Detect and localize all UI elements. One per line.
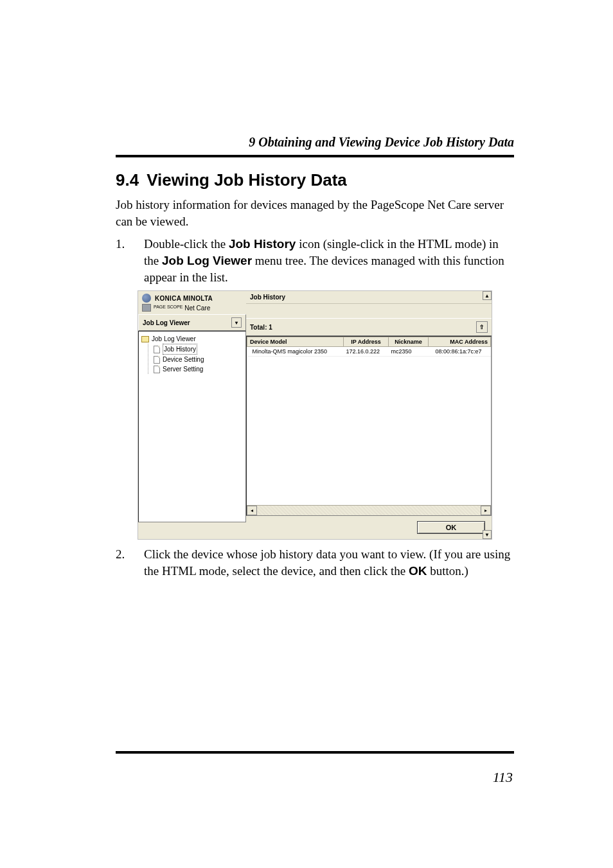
- total-label: Total: 1: [250, 324, 272, 331]
- page-icon: [154, 346, 160, 353]
- intro-paragraph: Job history information for devices mana…: [116, 197, 514, 229]
- running-head: 9 Obtaining and Viewing Device Job Histo…: [116, 135, 514, 150]
- step-body: Double-click the Job History icon (singl…: [144, 236, 514, 285]
- up-level-button[interactable]: ⇧: [476, 321, 488, 333]
- content-column: 9 Obtaining and Viewing Device Job Histo…: [116, 135, 514, 584]
- device-grid: Device Model IP Address Nickname MAC Add…: [246, 336, 492, 516]
- tree-root-label: Job Log Viewer: [152, 334, 196, 344]
- cell-nickname: mc2350: [389, 347, 429, 357]
- cell-device-model: Minolta-QMS magicolor 2350: [247, 347, 344, 357]
- tree-item-job-history[interactable]: Job History: [154, 344, 243, 355]
- tree-item-server-setting[interactable]: Server Setting: [154, 364, 243, 374]
- grid-empty-area: [247, 357, 491, 505]
- table-header-row: Device Model IP Address Nickname MAC Add…: [247, 337, 491, 347]
- subbrand-small: PAGE SCOPE: [154, 305, 182, 309]
- section-title-text: Viewing Job History Data: [147, 170, 347, 190]
- menu-dropdown[interactable]: Job Log Viewer ▾: [138, 314, 246, 331]
- horizontal-scrollbar[interactable]: ◂ ▸: [247, 505, 491, 515]
- subbrand-icon: [142, 304, 151, 312]
- col-ip-address[interactable]: IP Address: [344, 337, 389, 347]
- cell-mac-address: 08:00:86:1a:7c:e7: [429, 347, 491, 357]
- step-number: 2.: [116, 546, 144, 579]
- tree-item-device-setting[interactable]: Device Setting: [154, 355, 243, 364]
- bold-ok: OK: [409, 564, 427, 578]
- tree-item-label: Job History: [163, 344, 197, 355]
- section-number: 9.4: [116, 170, 139, 190]
- panel-title: Job History: [246, 291, 492, 304]
- rule-bottom: [116, 751, 514, 754]
- scroll-right-button[interactable]: ▸: [481, 506, 491, 515]
- app-body: KONICA MINOLTA PAGE SCOPE Net Care Job L…: [138, 291, 492, 539]
- step-list: 1. Double-click the Job History icon (si…: [116, 236, 514, 285]
- panel-gap: [246, 304, 492, 318]
- step-text: button.): [427, 564, 468, 578]
- subbrand-row: PAGE SCOPE Net Care: [138, 304, 246, 314]
- scroll-up-button[interactable]: ▲: [483, 291, 492, 300]
- menu-dropdown-label: Job Log Viewer: [143, 319, 190, 326]
- table-row[interactable]: Minolta-QMS magicolor 2350 172.16.0.222 …: [247, 347, 491, 357]
- col-mac-address[interactable]: MAC Address: [429, 337, 491, 347]
- page-icon: [154, 356, 160, 364]
- bold-job-history: Job History: [229, 237, 296, 251]
- scroll-down-button[interactable]: ▼: [483, 530, 492, 539]
- screenshot-figure: ▲ KONICA MINOLTA PAGE SCOPE Net Care: [116, 290, 514, 540]
- tree-item-label: Server Setting: [163, 364, 203, 374]
- brand-row: KONICA MINOLTA: [138, 291, 246, 304]
- total-row: Total: 1 ⇧: [246, 318, 492, 336]
- page: 9 Obtaining and Viewing Device Job Histo…: [0, 0, 613, 868]
- brand-text: KONICA MINOLTA: [155, 295, 213, 302]
- scroll-left-button[interactable]: ◂: [247, 506, 257, 515]
- page-icon: [154, 366, 160, 373]
- bold-job-log-viewer: Job Log Viewer: [162, 254, 252, 267]
- cell-ip-address: 172.16.0.222: [344, 347, 389, 357]
- left-panel: KONICA MINOLTA PAGE SCOPE Net Care Job L…: [138, 291, 246, 539]
- ok-button[interactable]: OK: [417, 521, 485, 534]
- folder-icon: [141, 336, 149, 342]
- col-device-model[interactable]: Device Model: [247, 337, 344, 347]
- step-list-2: 2. Click the device whose job history da…: [116, 546, 514, 579]
- app-window: ▲ KONICA MINOLTA PAGE SCOPE Net Care: [138, 290, 492, 540]
- subbrand-main: Net Care: [184, 305, 210, 312]
- tree-root[interactable]: Job Log Viewer: [141, 334, 243, 344]
- step-text: Double-click the: [144, 237, 229, 251]
- step-body: Click the device whose job history data …: [144, 546, 514, 579]
- scroll-track[interactable]: [257, 506, 481, 515]
- chevron-down-icon: ▾: [231, 317, 242, 328]
- step-number: 1.: [116, 236, 144, 285]
- section-heading: 9.4Viewing Job History Data: [116, 170, 514, 190]
- col-nickname[interactable]: Nickname: [389, 337, 429, 347]
- tree-children: Job History Device Setting Server Settin…: [148, 344, 243, 374]
- rule-top: [116, 155, 514, 157]
- right-panel: Job History Total: 1 ⇧: [246, 291, 492, 539]
- step-2: 2. Click the device whose job history da…: [116, 546, 514, 579]
- subbrand-text: PAGE SCOPE Net Care: [154, 305, 210, 312]
- tree-item-label: Device Setting: [163, 355, 204, 364]
- button-row: OK: [246, 516, 492, 539]
- device-table: Device Model IP Address Nickname MAC Add…: [247, 337, 491, 357]
- step-1: 1. Double-click the Job History icon (si…: [116, 236, 514, 285]
- page-number: 113: [493, 769, 513, 786]
- nav-tree: Job Log Viewer Job History Device Settin…: [138, 331, 246, 522]
- brand-logo-icon: [142, 294, 151, 303]
